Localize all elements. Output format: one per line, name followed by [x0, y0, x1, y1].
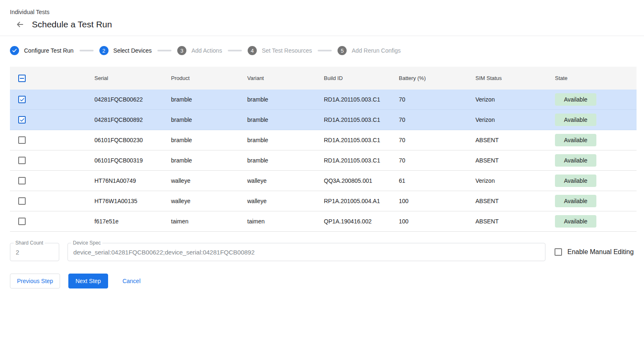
column-header-state: State [555, 75, 637, 81]
cell-serial: HT76N1A00749 [94, 177, 171, 184]
cell-battery: 70 [399, 96, 475, 103]
cell-sim-status: ABSENT [475, 198, 555, 204]
indeterminate-dash-icon [20, 78, 24, 79]
stepper: Configure Test Run2Select Devices3Add Ac… [0, 36, 644, 67]
cell-variant: taimen [247, 218, 324, 225]
page-title: Schedule a Test Run [32, 19, 112, 29]
step-label: Select Devices [113, 47, 152, 54]
column-header-product: Product [171, 75, 247, 81]
cell-serial: 06101FQCB00319 [94, 157, 171, 164]
device-row[interactable]: f617e51etaimentaimenQP1A.190416.002100AB… [10, 211, 637, 232]
device-row[interactable]: HT76N1A00749walleyewalleyeQQ3A.200805.00… [10, 171, 637, 191]
row-checkbox[interactable] [18, 177, 26, 184]
cell-product: bramble [171, 96, 247, 103]
cell-state: Available [555, 154, 637, 167]
device-row[interactable]: 04281FQCB00892bramblebrambleRD1A.201105.… [10, 110, 637, 130]
shard-count-label: Shard Count [14, 240, 45, 246]
step-label: Configure Test Run [24, 47, 74, 54]
cell-battery: 70 [399, 137, 475, 143]
cell-build-id: RD1A.201105.003.C1 [324, 157, 399, 164]
back-arrow-icon[interactable] [15, 19, 25, 29]
state-badge: Available [555, 93, 596, 106]
enable-manual-editing-toggle[interactable]: Enable Manual Editing [555, 248, 634, 256]
device-row[interactable]: 04281FQCB00622bramblebrambleRD1A.201105.… [10, 90, 637, 110]
select-all-cell [10, 75, 94, 82]
row-checkbox[interactable] [18, 197, 26, 205]
cell-serial: 06101FQCB00230 [94, 137, 171, 143]
cell-serial: 04281FQCB00892 [94, 116, 171, 123]
cell-build-id: RD1A.201105.003.C1 [324, 96, 399, 103]
stepper-step-3[interactable]: 3Add Actions [177, 46, 222, 55]
row-checkbox-cell [10, 116, 94, 124]
step-number-badge: 3 [177, 46, 186, 55]
row-checkbox[interactable] [18, 96, 26, 103]
previous-step-button[interactable]: Previous Step [10, 274, 60, 288]
cell-battery: 100 [399, 198, 475, 204]
step-label: Add Rerun Configs [352, 47, 400, 54]
device-spec-label: Device Spec [71, 240, 102, 246]
row-checkbox-cell [10, 218, 94, 225]
next-step-button[interactable]: Next Step [68, 274, 108, 288]
cell-battery: 61 [399, 177, 475, 184]
row-checkbox-cell [10, 136, 94, 144]
column-header-build-id: Build ID [324, 75, 399, 81]
device-table-body: 04281FQCB00622bramblebrambleRD1A.201105.… [10, 90, 637, 232]
row-checkbox[interactable] [18, 116, 26, 124]
device-table: SerialProductVariantBuild IDBattery (%)S… [10, 67, 637, 232]
cell-build-id: QQ3A.200805.001 [324, 177, 399, 184]
device-row[interactable]: 06101FQCB00319bramblebrambleRD1A.201105.… [10, 150, 637, 171]
enable-manual-editing-checkbox[interactable] [555, 248, 562, 256]
cell-state: Available [555, 134, 637, 146]
column-header-battery: Battery (%) [399, 75, 475, 81]
column-header-serial: Serial [94, 75, 171, 81]
select-all-checkbox[interactable] [18, 75, 26, 82]
cell-battery: 70 [399, 116, 475, 123]
row-checkbox[interactable] [18, 136, 26, 144]
cell-state: Available [555, 174, 637, 187]
cell-sim-status: Verizon [475, 96, 555, 103]
cell-variant: bramble [247, 96, 324, 103]
enable-manual-editing-label: Enable Manual Editing [567, 248, 634, 256]
shard-count-field[interactable]: Shard Count [10, 243, 59, 261]
cell-state: Available [555, 215, 637, 228]
stepper-step-1[interactable]: Configure Test Run [10, 46, 74, 55]
cell-battery: 70 [399, 157, 475, 164]
column-header-sim-status: SIM Status [475, 75, 555, 81]
cell-variant: walleye [247, 177, 324, 184]
step-connector [80, 50, 94, 51]
step-check-icon [10, 46, 19, 55]
cancel-button[interactable]: Cancel [116, 274, 147, 288]
step-label: Set Test Resources [262, 47, 312, 54]
step-number-badge: 4 [248, 46, 257, 55]
cell-build-id: RD1A.201105.003.C1 [324, 137, 399, 143]
row-checkbox[interactable] [18, 157, 26, 164]
state-badge: Available [555, 154, 596, 167]
cell-build-id: RD1A.201105.003.C1 [324, 116, 399, 123]
device-spec-form: Shard Count Device Spec Enable Manual Ed… [10, 243, 637, 261]
stepper-step-5[interactable]: 5Add Rerun Configs [338, 46, 400, 55]
device-row[interactable]: HT76W1A00135walleyewalleyeRP1A.201005.00… [10, 191, 637, 211]
device-row[interactable]: 06101FQCB00230bramblebrambleRD1A.201105.… [10, 130, 637, 150]
cell-serial: 04281FQCB00622 [94, 96, 171, 103]
cell-variant: bramble [247, 137, 324, 143]
cell-battery: 100 [399, 218, 475, 225]
state-badge: Available [555, 174, 596, 187]
device-spec-input[interactable] [73, 249, 540, 256]
cell-sim-status: ABSENT [475, 137, 555, 143]
device-spec-field[interactable]: Device Spec [68, 243, 545, 261]
row-checkbox-cell [10, 197, 94, 205]
stepper-step-2[interactable]: 2Select Devices [99, 46, 152, 55]
shard-count-input[interactable] [16, 249, 53, 256]
wizard-actions: Previous Step Next Step Cancel [10, 274, 634, 305]
cell-serial: HT76W1A00135 [94, 198, 171, 204]
step-number-badge: 5 [338, 46, 347, 55]
column-header-variant: Variant [247, 75, 324, 81]
step-connector [318, 50, 332, 51]
cell-build-id: QP1A.190416.002 [324, 218, 399, 225]
state-badge: Available [555, 215, 596, 228]
cell-sim-status: Verizon [475, 116, 555, 123]
stepper-step-4[interactable]: 4Set Test Resources [248, 46, 312, 55]
row-checkbox[interactable] [18, 218, 26, 225]
cell-variant: walleye [247, 198, 324, 204]
cell-sim-status: ABSENT [475, 218, 555, 225]
